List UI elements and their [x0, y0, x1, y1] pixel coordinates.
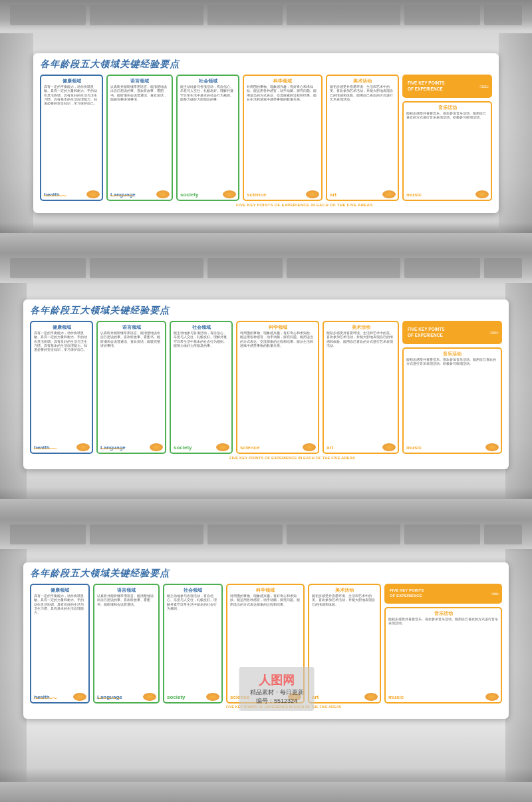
- health-title: 健康领域: [44, 78, 99, 85]
- ceiling-tile: [10, 524, 86, 544]
- subtitle-en-2: FIVE KEY POINTS OF EXPERIENCE IN EACH OF…: [229, 455, 355, 461]
- science-accent: [306, 190, 319, 198]
- art-body-3: 能初步感受并喜爱环境、生活和艺术中的美。喜欢参加艺术活动，并能大胆地表现自己的情…: [312, 594, 377, 674]
- board-title-row-3: 各年龄段五大领域关键经验要点: [30, 568, 502, 580]
- domain-language-2: 语言领域 认真听并能听懂常用语言。能清楚地说出自己想说的事。喜欢听故事、看图书。…: [96, 321, 166, 454]
- society-body-3: 能主动地参与各项活动，有自信心。乐意与人交往，礼貌友好。理解并遵守日常生活中基本…: [167, 594, 219, 674]
- ceiling-tile: [10, 5, 86, 25]
- subtitle-en: FIVE KEY POINTS OF EXPERIENCE IN EACH OF…: [236, 202, 373, 208]
- domain-society-2: 社会领域 能主动地参与各项活动，有自信心。乐意与人交往，礼貌友好。理解并遵守日常…: [170, 321, 233, 454]
- left-wall-2: [0, 283, 27, 499]
- language-title-3: 语言领域: [97, 587, 156, 594]
- orange-banner-text-2: FIVE KEY POINTSOF EXPERIENCE: [408, 327, 445, 338]
- wave-icon-3: ≈≈≈: [491, 590, 497, 598]
- ceiling-tile: [287, 258, 400, 278]
- ceiling-section-3: [0, 519, 532, 549]
- wave-icon-2: ≈≈≈: [489, 328, 497, 337]
- ceiling-tile: [484, 5, 522, 25]
- domain-society-3: 社会领域 能主动地参与各项活动，有自信心。乐意与人交往，礼貌友好。理解并遵守日常…: [163, 584, 223, 703]
- language-wave-3: 〜〜〜〜〜: [96, 696, 156, 702]
- health-body-3: 具有一定的平衡能力，动作协调灵敏。具有一定的力量和耐力。手的动作灵活协调。具有良…: [34, 594, 86, 674]
- art-body: 能初步感受并喜爱环境、生活和艺术中的美。喜欢参加艺术活动，并能大胆地表现自己的情…: [330, 85, 395, 172]
- science-title: 科学领域: [247, 78, 319, 85]
- society-title-2: 社会领域: [174, 324, 229, 331]
- right-column-1: FIVE KEY POINTSOF EXPERIENCE ≈≈≈ 音乐活动 能初…: [402, 75, 492, 201]
- art-label-3: art: [312, 694, 319, 700]
- domain-science: 科学领域 对周围的事物、现象感兴趣，有好奇心和求知欲。能运用各种感官，动手动脑，…: [243, 75, 323, 201]
- orange-banner-text: FIVE KEY POINTSOF EXPERIENCE: [408, 81, 445, 92]
- section-3: 各年龄段五大领域关键经验要点 健康领域 具有一定的平衡能力，动作协调灵敏。具有一…: [0, 519, 532, 802]
- society-label-3: society: [167, 694, 186, 700]
- science-accent-3: [288, 693, 301, 701]
- ceiling-tile: [484, 524, 522, 544]
- board-title-cn-3: 各年龄段五大领域关键经验要点: [30, 568, 170, 580]
- ceiling-tile: [207, 524, 283, 544]
- left-wall-3: [0, 549, 27, 782]
- ceiling-tile: [404, 258, 480, 278]
- right-column-2: FIVE KEY POINTSOF EXPERIENCE ≈≈≈ 音乐活动 能初…: [402, 321, 502, 454]
- society-label: society: [180, 192, 199, 198]
- domain-row-2: 健康领域 具有一定的平衡能力，动作协调灵敏。具有一定的力量和耐力。手的动作灵活协…: [30, 321, 502, 454]
- subtitle-en-3: FIVE KEY POINTS OF EXPERIENCE IN EACH OF…: [226, 705, 341, 710]
- domain-art: 美术活动 能初步感受并喜爱环境、生活和艺术中的美。喜欢参加艺术活动，并能大胆地表…: [326, 75, 399, 201]
- science-label-2: science: [240, 445, 259, 451]
- language-title: 语言领域: [110, 78, 169, 85]
- floor-3: [0, 782, 532, 802]
- wave-icon: ≈≈≈: [479, 82, 487, 91]
- science-label: science: [247, 192, 266, 198]
- orange-banner-text-3: FIVE KEY POINTSOF EXPERIENCE: [390, 588, 424, 599]
- domain-language: 语言领域 认真听并能听懂常用语言。能清楚地说出自己想说的事。喜欢听故事、看图书。…: [106, 75, 173, 201]
- domain-music: 音乐活动 能初步感受并喜爱音乐。喜欢参加音乐活动。能用自己喜欢的方式进行音乐表现…: [402, 101, 492, 201]
- section-1: 各年龄段五大领域关键经验要点 健康领域 具有一定的平衡能力，动作协调灵敏。具有一…: [0, 0, 532, 253]
- art-label: art: [330, 192, 336, 198]
- subtitle-row: FIVE KEY POINTS OF EXPERIENCE IN EACH OF…: [40, 202, 492, 208]
- health-wave-2: 〜〜〜〜〜: [33, 447, 90, 452]
- music-title: 音乐活动: [406, 104, 488, 111]
- music-title-2: 音乐活动: [406, 351, 498, 357]
- ceiling-tile: [404, 5, 480, 25]
- info-board-3: 各年龄段五大领域关键经验要点 健康领域 具有一定的平衡能力，动作协调灵敏。具有一…: [23, 562, 509, 719]
- domain-art-2: 美术活动 能初步感受并喜爱环境、生活和艺术中的美。喜欢参加艺术活动，并能大胆地表…: [323, 321, 399, 454]
- music-body-3: 能初步感受并喜爱音乐。喜欢参加音乐活动。能用自己喜欢的方式进行音乐表现活动。: [388, 618, 498, 674]
- domain-row-3: 健康领域 具有一定的平衡能力，动作协调灵敏。具有一定的力量和耐力。手的动作灵活协…: [30, 584, 502, 703]
- society-body-2: 能主动地参与各项活动，有自信心。乐意与人交往，礼貌友好。理解并遵守日常生活中基本…: [174, 331, 229, 428]
- right-wall: [499, 33, 532, 233]
- domain-science-2: 科学领域 对周围的事物、现象感兴趣，有好奇心和求知欲。能运用各种感官，动手动脑，…: [236, 321, 319, 454]
- science-title-3: 科学领域: [230, 587, 301, 594]
- domain-music-2: 音乐活动 能初步感受并喜爱音乐。喜欢参加音乐活动。能用自己喜欢的方式进行音乐表现…: [402, 347, 502, 454]
- ceiling-tile: [207, 5, 283, 25]
- floor-2: [0, 499, 532, 519]
- society-accent-3: [206, 693, 219, 701]
- orange-banner-2: FIVE KEY POINTSOF EXPERIENCE ≈≈≈: [402, 321, 502, 344]
- domain-health: 健康领域 具有一定的平衡能力，动作协调灵敏。具有一定的力量和耐力。手的动作灵活协…: [40, 75, 103, 201]
- science-label-3: science: [230, 694, 249, 700]
- orange-banner-3: FIVE KEY POINTSOF EXPERIENCE ≈≈≈: [384, 584, 502, 604]
- society-label-2: society: [174, 445, 192, 451]
- art-accent-3: [364, 693, 378, 701]
- science-body: 对周围的事物、现象感兴趣，有好奇心和求知欲。能运用各种感官，动手动脑，探究问题。…: [247, 85, 319, 172]
- info-board-1: 各年龄段五大领域关键经验要点 健康领域 具有一定的平衡能力，动作协调灵敏。具有一…: [33, 53, 499, 213]
- society-body: 能主动地参与各项活动，有自信心。乐意与人交往，礼貌友好。理解并遵守日常生活中基本…: [180, 85, 235, 172]
- domain-music-3: 音乐活动 能初步感受并喜爱音乐。喜欢参加音乐活动。能用自己喜欢的方式进行音乐表现…: [384, 607, 502, 703]
- health-wave: 〜〜〜〜〜: [43, 194, 100, 199]
- domain-art-3: 美术活动 能初步感受并喜爱环境、生活和艺术中的美。喜欢参加艺术活动，并能大胆地表…: [308, 584, 381, 703]
- health-body: 具有一定的平衡能力，动作协调灵敏。具有一定的力量和耐力。手的动作灵活协调。具有良…: [44, 85, 99, 172]
- society-accent: [223, 190, 236, 198]
- ceiling-tile: [207, 258, 283, 278]
- domain-row: 健康领域 具有一定的平衡能力，动作协调灵敏。具有一定的力量和耐力。手的动作灵活协…: [40, 75, 492, 201]
- music-label: music: [406, 192, 422, 198]
- society-title: 社会领域: [180, 78, 235, 85]
- music-accent: [475, 190, 489, 198]
- board-title-row-2: 各年龄段五大领域关键经验要点: [30, 305, 502, 317]
- language-title-2: 语言领域: [100, 324, 162, 331]
- language-wave: 〜〜〜〜〜: [110, 194, 170, 199]
- subtitle-row-3: FIVE KEY POINTS OF EXPERIENCE IN EACH OF…: [30, 705, 502, 710]
- music-body: 能初步感受并喜爱音乐。喜欢参加音乐活动。能用自己喜欢的方式进行音乐表现活动。积极…: [406, 112, 488, 165]
- music-label-2: music: [406, 445, 422, 451]
- music-accent-3: [485, 693, 499, 701]
- language-wave-2: 〜〜〜〜〜: [100, 447, 163, 452]
- domain-health-2: 健康领域 具有一定的平衡能力，动作协调灵敏。具有一定的力量和耐力。手的动作灵活协…: [30, 321, 93, 454]
- info-board-2: 各年龄段五大领域关键经验要点 健康领域 具有一定的平衡能力，动作协调灵敏。具有一…: [23, 300, 509, 469]
- ceiling-section-1: [0, 0, 532, 30]
- science-body-2: 对周围的事物、现象感兴趣，有好奇心和求知欲。能运用各种感官，动手动脑，探究问题。…: [240, 331, 315, 428]
